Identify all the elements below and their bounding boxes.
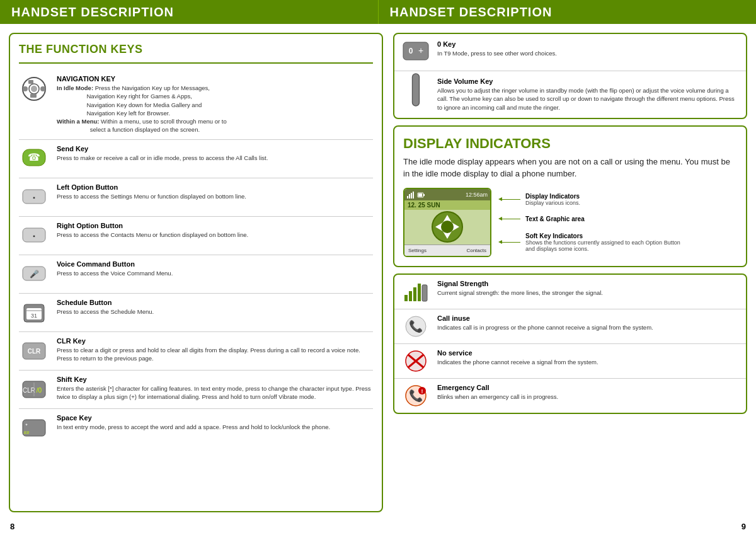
volume-key-icon	[402, 78, 430, 101]
header-left-title: HANDSET DESCRIPTION	[11, 5, 174, 20]
page-footer: 8 9	[0, 517, 756, 535]
left-option-svg: ▪	[21, 185, 47, 210]
sk-label-sub: Shows the functions currently assigned t…	[525, 239, 680, 252]
right-panel: 0 + 0 Key In T9 Mode, press to see other…	[393, 33, 747, 512]
navigation-key-icon	[19, 75, 49, 103]
svg-rect-47	[413, 287, 416, 301]
svg-text:CLR: CLR	[28, 348, 41, 355]
signal-svg	[403, 281, 428, 302]
left-panel-title: THE FUNCTION KEYS	[19, 43, 373, 56]
send-key-text: Send Key Press to make or receive a call…	[57, 145, 373, 162]
svg-rect-38	[418, 193, 422, 197]
volume-key-svg	[410, 72, 422, 107]
right-option-svg: ▪	[21, 223, 47, 248]
svg-rect-46	[409, 291, 412, 301]
screen-settings-label: Settings	[408, 248, 447, 253]
signal-strength-desc: Current signal strength: the more lines,…	[437, 289, 738, 297]
call-inuse-row: 📞 Call inuse Indicates call is in progre…	[394, 309, 746, 344]
display-indicators-pointer: Display Indicators Display various icons…	[501, 193, 737, 206]
svg-point-6	[31, 86, 37, 92]
shift-key-name: Shift Key	[57, 376, 373, 383]
left-option-desc: Press to access the Settings Menu or fun…	[57, 192, 373, 200]
emergency-call-text: Emergency Call Blinks when an emergency …	[437, 384, 738, 401]
signal-strength-icon	[402, 280, 430, 304]
schedule-text: Schedule Button Press to access the Sche…	[57, 299, 373, 316]
space-key-desc: In text entry mode, press to accept the …	[57, 423, 373, 431]
tg-label-name: Text & Graphic area	[525, 216, 585, 222]
voice-command-icon: 🎤	[19, 260, 49, 288]
space-key-row: * ## Space Key In text entry mode, press…	[19, 409, 373, 447]
schedule-row: 31 Schedule Button Press to access the S…	[19, 294, 373, 332]
call-inuse-text: Call inuse Indicates call is in progress…	[437, 314, 738, 331]
space-key-name: Space Key	[57, 414, 373, 422]
svg-rect-49	[422, 285, 427, 301]
svg-rect-28	[403, 42, 428, 60]
svg-text:▪: ▪	[33, 194, 35, 201]
screen-bottom: Settings Contacts	[404, 244, 490, 256]
send-key-desc: Press to make or receive a call or in id…	[57, 154, 373, 162]
navigation-key-row: NAVIGATION KEY In Idle Mode: Press the N…	[19, 70, 373, 140]
nav-key-svg	[21, 76, 47, 101]
send-key-icon: ☎	[19, 145, 49, 173]
no-service-svg	[403, 350, 428, 372]
left-option-icon: ▪	[19, 183, 49, 211]
svg-text:*: *	[25, 422, 28, 429]
arrow-2-head	[498, 217, 502, 221]
header-left: HANDSET DESCRIPTION	[0, 0, 379, 24]
send-key-name: Send Key	[57, 145, 373, 152]
svg-text:▪: ▪	[33, 233, 35, 239]
schedule-name: Schedule Button	[57, 299, 373, 306]
right-option-text: Right Option Button Press to access the …	[57, 222, 373, 239]
page-number-left: 8	[10, 522, 14, 531]
zero-key-text: 0 Key In T9 Mode, press to see other wor…	[437, 40, 738, 57]
send-key-svg: ☎	[21, 146, 47, 171]
schedule-desc: Press to access the Schedule Menu.	[57, 308, 373, 316]
svg-rect-33	[409, 194, 410, 198]
right-option-row: ▪ Right Option Button Press to access th…	[19, 217, 373, 255]
emergency-call-row: 📞 ! Emergency Call Blinks when an emerge…	[394, 379, 746, 413]
navigation-key-text: NAVIGATION KEY In Idle Mode: Press the N…	[57, 75, 373, 134]
soft-key-pointer: Soft Key Indicators Shows the functions …	[501, 233, 737, 252]
svg-point-3	[40, 86, 45, 91]
svg-point-5	[23, 86, 28, 91]
volume-key-name: Side Volume Key	[437, 78, 738, 85]
screen-top-bar: 12:56am	[404, 189, 490, 200]
shift-key-row: CLR /0 Shift Key Enters the asterisk [*]…	[19, 371, 373, 409]
shift-key-text: Shift Key Enters the asterisk [*] charac…	[57, 376, 373, 401]
svg-rect-2	[28, 80, 33, 84]
soft-key-label-text: Soft Key Indicators Shows the functions …	[525, 233, 680, 252]
text-graphic-pointer: Text & Graphic area	[501, 216, 737, 222]
svg-rect-45	[404, 295, 408, 301]
svg-rect-35	[413, 192, 414, 198]
demo-labels: Display Indicators Display various icons…	[501, 188, 737, 257]
display-demo: 12:56am 12. 25 SUN	[403, 188, 737, 257]
di-label-sub: Display various icons.	[525, 200, 580, 206]
voice-command-name: Voice Command Button	[57, 260, 373, 268]
svg-text:☎: ☎	[28, 152, 40, 163]
space-key-text: Space Key In text entry mode, press to a…	[57, 414, 373, 431]
footer-right: 9	[378, 517, 746, 535]
display-indicators-section: DISPLAY INDICATORS The idle mode display…	[393, 125, 747, 267]
no-service-row: No service Indicates the phone cannot re…	[394, 344, 746, 379]
svg-text:📞: 📞	[409, 319, 423, 333]
left-option-row: ▪ Left Option Button Press to access the…	[19, 178, 373, 217]
no-service-text: No service Indicates the phone cannot re…	[437, 349, 738, 366]
left-option-name: Left Option Button	[57, 183, 373, 191]
call-inuse-name: Call inuse	[437, 314, 738, 322]
svg-rect-37	[423, 194, 425, 196]
phone-screen: 12:56am 12. 25 SUN	[403, 188, 491, 257]
svg-rect-34	[411, 193, 412, 198]
screen-body	[404, 210, 490, 244]
svg-rect-4	[30, 94, 37, 98]
display-indicators-title: DISPLAY INDICATORS	[403, 135, 737, 152]
display-indicators-subtitle: The idle mode display appears when you a…	[403, 156, 737, 180]
shift-key-svg: CLR /0	[21, 377, 47, 402]
arrow-3-head	[498, 240, 502, 244]
screen-time-display: 12:56am	[427, 192, 488, 198]
shift-key-desc: Enters the asterisk [*] character for ca…	[57, 384, 373, 401]
svg-text:##: ##	[24, 430, 30, 435]
page-number-right: 9	[742, 522, 746, 531]
arrow-3	[501, 242, 520, 243]
screen-signal-icon	[407, 191, 415, 198]
emergency-call-name: Emergency Call	[437, 384, 738, 391]
